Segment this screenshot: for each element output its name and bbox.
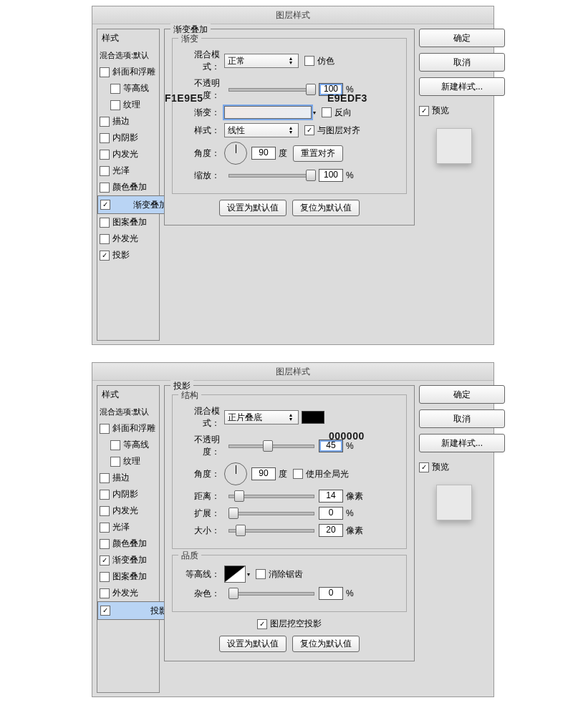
checkbox-icon[interactable] (100, 166, 110, 176)
reverse-checkbox[interactable]: 反向 (322, 107, 352, 119)
knockout-checkbox[interactable]: 图层挖空投影 (257, 618, 322, 630)
make-default-button[interactable]: 设置为默认值 (219, 636, 286, 652)
checkbox-icon[interactable] (100, 555, 110, 566)
checkbox-icon[interactable] (304, 125, 314, 135)
checkbox-icon[interactable] (100, 117, 110, 127)
sidebar-item-inner-shadow[interactable]: 内阴影 (97, 486, 159, 503)
antialias-checkbox[interactable]: 消除锯齿 (256, 568, 303, 581)
sidebar-item-drop-shadow[interactable]: 投影 (97, 601, 170, 620)
sidebar-item-color-overlay[interactable]: 颜色叠加 (97, 535, 159, 552)
sidebar-item-contour[interactable]: 等高线 (97, 80, 159, 97)
noise-slider[interactable] (228, 588, 314, 598)
checkbox-icon[interactable] (110, 100, 120, 110)
sidebar-item-outer-glow[interactable]: 外发光 (97, 230, 159, 247)
sidebar-header[interactable]: 样式 (97, 29, 159, 47)
checkbox-icon[interactable] (419, 462, 429, 472)
angle-dial[interactable] (224, 142, 247, 165)
angle-dial[interactable] (224, 462, 247, 485)
sidebar-item-gradient-overlay[interactable]: 渐变叠加 (97, 195, 170, 214)
sidebar-item-texture[interactable]: 纹理 (97, 453, 159, 470)
checkbox-icon[interactable] (100, 67, 110, 77)
sidebar-item-inner-glow[interactable]: 内发光 (97, 503, 159, 519)
checkbox-icon[interactable] (100, 473, 110, 483)
size-input[interactable]: 20 (319, 524, 343, 537)
reset-default-button[interactable]: 复位为默认值 (292, 200, 360, 216)
opacity-slider[interactable] (228, 84, 314, 94)
global-light-checkbox[interactable]: 使用全局光 (293, 468, 349, 480)
sidebar-item-inner-glow[interactable]: 内发光 (97, 146, 159, 162)
checkbox-icon[interactable] (100, 572, 110, 582)
noise-input[interactable]: 0 (319, 587, 343, 600)
shadow-color-swatch[interactable] (302, 411, 324, 424)
angle-input[interactable]: 90 (251, 467, 276, 480)
sidebar-item-pattern-overlay[interactable]: 图案叠加 (97, 214, 159, 230)
scale-slider[interactable] (228, 170, 314, 180)
checkbox-icon[interactable] (256, 569, 266, 579)
style-select[interactable]: 线性 (224, 123, 299, 137)
blend-options-header[interactable]: 混合选项:默认 (97, 404, 159, 420)
sidebar-item-bevel[interactable]: 斜面和浮雕 (97, 420, 159, 437)
checkbox-icon[interactable] (100, 251, 110, 261)
checkbox-icon[interactable] (100, 234, 110, 244)
spread-input[interactable]: 0 (319, 507, 343, 520)
align-layer-checkbox[interactable]: 与图层对齐 (304, 125, 360, 137)
checkbox-icon[interactable] (100, 133, 110, 143)
sidebar-item-stroke[interactable]: 描边 (97, 470, 159, 486)
sidebar-item-bevel[interactable]: 斜面和浮雕 (97, 64, 159, 80)
reset-align-button[interactable]: 重置对齐 (293, 145, 343, 162)
scale-input[interactable]: 100 (319, 169, 343, 182)
ok-button[interactable]: 确定 (419, 385, 505, 404)
cancel-button[interactable]: 取消 (419, 409, 505, 428)
new-style-button[interactable]: 新建样式... (419, 77, 505, 96)
sidebar-header[interactable]: 样式 (97, 386, 159, 404)
sidebar-item-stroke[interactable]: 描边 (97, 113, 159, 130)
sidebar-item-contour[interactable]: 等高线 (97, 437, 159, 453)
checkbox-icon[interactable] (257, 619, 267, 629)
reset-default-button[interactable]: 复位为默认值 (292, 636, 360, 652)
gradient-flyout-icon[interactable]: ▾ (313, 110, 316, 116)
checkbox-icon[interactable] (100, 150, 110, 160)
sidebar-item-drop-shadow[interactable]: 投影 (97, 247, 159, 263)
distance-input[interactable]: 14 (319, 490, 343, 503)
checkbox-icon[interactable] (100, 506, 110, 516)
checkbox-icon[interactable] (100, 588, 110, 598)
checkbox-icon[interactable] (100, 490, 110, 500)
sidebar-item-outer-glow[interactable]: 外发光 (97, 585, 159, 601)
distance-slider[interactable] (228, 491, 314, 501)
sidebar-item-inner-shadow[interactable]: 内阴影 (97, 130, 159, 146)
gradient-swatch[interactable] (224, 106, 312, 119)
sidebar-item-gradient-overlay[interactable]: 渐变叠加 (97, 552, 159, 568)
blend-options-header[interactable]: 混合选项:默认 (97, 47, 159, 64)
checkbox-icon[interactable] (110, 84, 120, 94)
dither-checkbox[interactable]: 仿色 (304, 55, 334, 67)
angle-input[interactable]: 90 (251, 147, 276, 160)
checkbox-icon[interactable] (100, 606, 110, 616)
new-style-button[interactable]: 新建样式... (419, 434, 505, 452)
checkbox-icon[interactable] (100, 523, 110, 533)
checkbox-icon[interactable] (293, 469, 303, 479)
checkbox-icon[interactable] (100, 539, 110, 549)
contour-flyout-icon[interactable]: ▾ (247, 571, 250, 578)
preview-checkbox[interactable]: 预览 (419, 105, 489, 117)
checkbox-icon[interactable] (110, 457, 120, 467)
ok-button[interactable]: 确定 (419, 29, 505, 47)
checkbox-icon[interactable] (419, 106, 429, 116)
checkbox-icon[interactable] (100, 200, 110, 210)
sidebar-item-satin[interactable]: 光泽 (97, 162, 159, 179)
checkbox-icon[interactable] (100, 183, 110, 193)
spread-slider[interactable] (228, 508, 314, 518)
blend-mode-select[interactable]: 正常 (224, 54, 299, 68)
checkbox-icon[interactable] (304, 56, 314, 66)
checkbox-icon[interactable] (100, 424, 110, 434)
preview-checkbox[interactable]: 预览 (419, 461, 489, 473)
cancel-button[interactable]: 取消 (419, 53, 505, 72)
checkbox-icon[interactable] (322, 107, 332, 117)
sidebar-item-satin[interactable]: 光泽 (97, 519, 159, 535)
opacity-slider[interactable] (228, 441, 314, 451)
contour-swatch[interactable] (224, 566, 246, 583)
checkbox-icon[interactable] (110, 440, 120, 450)
checkbox-icon[interactable] (100, 218, 110, 228)
size-slider[interactable] (228, 525, 314, 535)
make-default-button[interactable]: 设置为默认值 (219, 200, 286, 216)
sidebar-item-texture[interactable]: 纹理 (97, 97, 159, 113)
